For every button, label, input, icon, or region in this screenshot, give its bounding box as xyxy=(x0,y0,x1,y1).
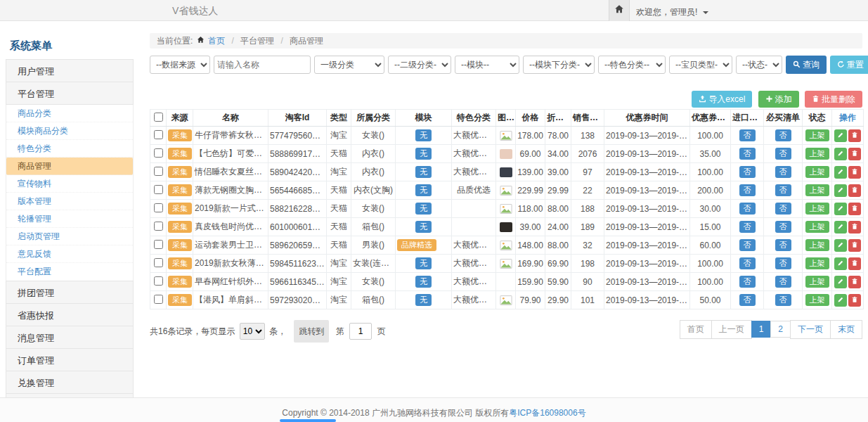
horizontal-scrollbar[interactable] xyxy=(280,419,336,422)
sidebar-item-discount-express[interactable]: 省惠快报 xyxy=(6,303,134,326)
sidebar-item-user-mgmt[interactable]: 用户管理 xyxy=(6,59,134,82)
import-select-toggle[interactable]: 否 xyxy=(739,166,756,178)
reset-button[interactable]: 重置 xyxy=(830,56,868,74)
sidebar-item-module-goods-category[interactable]: 模块商品分类 xyxy=(6,122,133,140)
import-select-toggle[interactable]: 否 xyxy=(739,184,756,196)
edit-button[interactable] xyxy=(834,129,847,142)
row-checkbox[interactable] xyxy=(154,222,163,231)
page-button-末页[interactable]: 末页 xyxy=(830,320,862,339)
name-input[interactable] xyxy=(214,56,311,74)
import-select-toggle[interactable]: 否 xyxy=(739,148,756,160)
must-buy-toggle[interactable]: 否 xyxy=(775,148,791,160)
sidebar-item-message-mgmt[interactable]: 消息管理 xyxy=(6,326,134,349)
sidebar-item-exchange-mgmt[interactable]: 兑换管理 xyxy=(6,371,134,394)
module-subcategory-select[interactable]: --模块下分类-- xyxy=(523,56,595,74)
page-button-下一页[interactable]: 下一页 xyxy=(790,320,831,339)
sidebar-item-goods-category[interactable]: 商品分类 xyxy=(6,105,133,122)
status-toggle[interactable]: 上架 xyxy=(805,148,829,160)
delete-button[interactable] xyxy=(848,203,861,215)
row-checkbox[interactable] xyxy=(154,130,163,139)
row-checkbox[interactable] xyxy=(154,258,163,267)
status-toggle[interactable]: 上架 xyxy=(805,184,829,196)
edit-button[interactable] xyxy=(834,239,847,252)
page-button-1[interactable]: 1 xyxy=(751,321,772,338)
import-select-toggle[interactable]: 否 xyxy=(739,221,756,233)
row-checkbox[interactable] xyxy=(154,167,163,176)
row-checkbox[interactable] xyxy=(154,203,163,212)
import-select-toggle[interactable]: 否 xyxy=(739,257,756,269)
module-select[interactable]: --模块-- xyxy=(455,56,519,74)
edit-button[interactable] xyxy=(834,166,847,179)
must-buy-toggle[interactable]: 否 xyxy=(775,129,791,141)
delete-button[interactable] xyxy=(848,239,861,252)
sidebar-item-feedback[interactable]: 意见反馈 xyxy=(6,245,133,263)
icp-link[interactable]: 粤ICP备16098006号 xyxy=(509,408,585,418)
user-menu[interactable]: 欢迎您，管理员! xyxy=(636,6,708,18)
row-checkbox[interactable] xyxy=(154,295,163,304)
sidebar-item-promo-materials[interactable]: 宣传物料 xyxy=(6,175,133,193)
status-select[interactable]: --状态-- xyxy=(736,56,782,74)
must-buy-toggle[interactable]: 否 xyxy=(775,239,791,251)
edit-button[interactable] xyxy=(834,294,847,307)
per-page-select[interactable]: 10 xyxy=(240,323,265,340)
status-toggle[interactable]: 上架 xyxy=(805,129,829,141)
status-toggle[interactable]: 上架 xyxy=(805,166,829,178)
row-checkbox[interactable] xyxy=(154,240,163,249)
must-buy-toggle[interactable]: 否 xyxy=(775,166,791,178)
status-toggle[interactable]: 上架 xyxy=(805,203,829,215)
sidebar-item-feature-category[interactable]: 特色分类 xyxy=(6,140,133,158)
home-button[interactable] xyxy=(609,0,630,21)
must-buy-toggle[interactable]: 否 xyxy=(775,203,791,215)
data-source-select[interactable]: --数据来源-- xyxy=(150,56,210,74)
must-buy-toggle[interactable]: 否 xyxy=(775,276,791,288)
level2-category-select[interactable]: --二级分类-- xyxy=(388,56,451,74)
sidebar-item-splash-mgmt[interactable]: 启动页管理 xyxy=(6,228,133,245)
import-select-toggle[interactable]: 否 xyxy=(739,129,756,141)
breadcrumb-home-link[interactable]: 首页 xyxy=(208,36,225,46)
must-buy-toggle[interactable]: 否 xyxy=(775,294,791,306)
import-select-toggle[interactable]: 否 xyxy=(739,276,756,288)
edit-button[interactable] xyxy=(834,184,847,197)
level1-category-select[interactable]: 一级分类 xyxy=(314,56,384,74)
status-toggle[interactable]: 上架 xyxy=(805,239,829,251)
delete-button[interactable] xyxy=(848,221,861,234)
status-toggle[interactable]: 上架 xyxy=(805,221,829,233)
delete-button[interactable] xyxy=(848,276,861,288)
delete-button[interactable] xyxy=(848,257,861,270)
delete-button[interactable] xyxy=(848,294,861,307)
feature-category-select[interactable]: --特色分类-- xyxy=(598,56,666,74)
sidebar-item-group-buy-mgmt[interactable]: 拼团管理 xyxy=(6,281,134,304)
edit-button[interactable] xyxy=(834,276,847,288)
batch-delete-button[interactable]: 批量删除 xyxy=(805,91,862,108)
sidebar-item-goods-mgmt[interactable]: 商品管理 xyxy=(6,158,133,175)
page-number-input[interactable] xyxy=(349,323,372,340)
sidebar-item-platform-config[interactable]: 平台配置 xyxy=(6,263,133,281)
status-toggle[interactable]: 上架 xyxy=(805,257,829,269)
delete-button[interactable] xyxy=(848,166,861,179)
row-checkbox[interactable] xyxy=(154,185,163,194)
row-checkbox[interactable] xyxy=(154,276,163,286)
sidebar-item-carousel-mgmt[interactable]: 轮播管理 xyxy=(6,210,133,228)
page-button-首页[interactable]: 首页 xyxy=(680,320,712,339)
must-buy-toggle[interactable]: 否 xyxy=(775,184,791,196)
import-select-toggle[interactable]: 否 xyxy=(739,294,756,306)
jump-button[interactable]: 跳转到 xyxy=(294,320,329,343)
edit-button[interactable] xyxy=(834,148,847,160)
delete-button[interactable] xyxy=(848,184,861,197)
sidebar-item-platform-mgmt[interactable]: 平台管理 xyxy=(6,82,134,105)
import-excel-button[interactable]: 导入excel xyxy=(692,91,752,108)
page-button-上一页[interactable]: 上一页 xyxy=(711,320,752,339)
must-buy-toggle[interactable]: 否 xyxy=(775,257,791,269)
import-select-toggle[interactable]: 否 xyxy=(739,239,756,251)
status-toggle[interactable]: 上架 xyxy=(805,276,829,288)
edit-button[interactable] xyxy=(834,221,847,234)
edit-button[interactable] xyxy=(834,203,847,215)
page-button-2[interactable]: 2 xyxy=(770,321,791,338)
status-toggle[interactable]: 上架 xyxy=(805,294,829,306)
sidebar-item-version-mgmt[interactable]: 版本管理 xyxy=(6,193,133,210)
edit-button[interactable] xyxy=(834,257,847,270)
select-all-checkbox[interactable] xyxy=(154,113,163,122)
import-select-toggle[interactable]: 否 xyxy=(739,203,756,215)
item-type-select[interactable]: --宝贝类型-- xyxy=(669,56,732,74)
delete-button[interactable] xyxy=(848,148,861,160)
